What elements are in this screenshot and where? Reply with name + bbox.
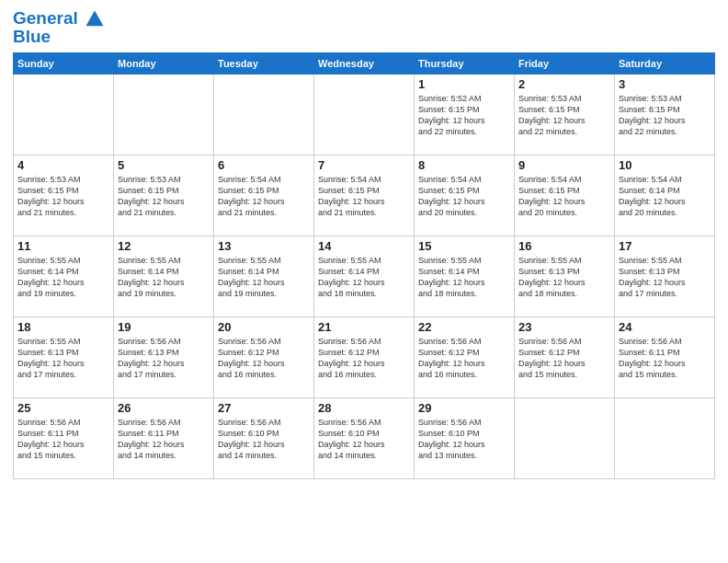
day-number: 13 [218,239,310,253]
week-row-4: 18Sunrise: 5:55 AM Sunset: 6:13 PM Dayli… [14,316,715,397]
day-info: Sunrise: 5:56 AM Sunset: 6:12 PM Dayligh… [518,336,610,381]
day-info: Sunrise: 5:55 AM Sunset: 6:14 PM Dayligh… [17,255,109,300]
calendar-cell: 4Sunrise: 5:53 AM Sunset: 6:15 PM Daylig… [14,155,114,236]
calendar: SundayMondayTuesdayWednesdayThursdayFrid… [13,52,715,479]
day-number: 24 [619,320,711,334]
day-info: Sunrise: 5:53 AM Sunset: 6:15 PM Dayligh… [619,93,711,138]
weekday-header-friday: Friday [515,52,615,74]
day-number: 10 [619,158,711,172]
page-container: General Blue SundayMondayTuesdayWednesda… [0,0,728,563]
calendar-cell: 13Sunrise: 5:55 AM Sunset: 6:14 PM Dayli… [214,236,314,316]
day-info: Sunrise: 5:53 AM Sunset: 6:15 PM Dayligh… [17,174,109,219]
weekday-header-row: SundayMondayTuesdayWednesdayThursdayFrid… [14,52,715,74]
week-row-3: 11Sunrise: 5:55 AM Sunset: 6:14 PM Dayli… [14,236,715,316]
day-info: Sunrise: 5:55 AM Sunset: 6:13 PM Dayligh… [518,255,610,300]
day-info: Sunrise: 5:55 AM Sunset: 6:14 PM Dayligh… [318,255,410,300]
svg-marker-0 [86,10,104,26]
calendar-cell: 22Sunrise: 5:56 AM Sunset: 6:12 PM Dayli… [415,316,515,397]
day-info: Sunrise: 5:56 AM Sunset: 6:13 PM Dayligh… [118,336,210,381]
calendar-cell: 10Sunrise: 5:54 AM Sunset: 6:14 PM Dayli… [615,155,715,236]
day-info: Sunrise: 5:53 AM Sunset: 6:15 PM Dayligh… [118,174,210,219]
calendar-cell: 1Sunrise: 5:52 AM Sunset: 6:15 PM Daylig… [415,74,515,155]
day-info: Sunrise: 5:56 AM Sunset: 6:10 PM Dayligh… [218,417,310,462]
calendar-cell: 18Sunrise: 5:55 AM Sunset: 6:13 PM Dayli… [14,316,114,397]
day-info: Sunrise: 5:56 AM Sunset: 6:11 PM Dayligh… [17,417,109,462]
day-number: 17 [619,239,711,253]
day-number: 15 [418,239,510,253]
day-info: Sunrise: 5:55 AM Sunset: 6:13 PM Dayligh… [619,255,711,300]
calendar-cell: 27Sunrise: 5:56 AM Sunset: 6:10 PM Dayli… [214,397,314,478]
day-info: Sunrise: 5:54 AM Sunset: 6:15 PM Dayligh… [218,174,310,219]
day-info: Sunrise: 5:54 AM Sunset: 6:15 PM Dayligh… [318,174,410,219]
day-number: 8 [418,158,510,172]
calendar-cell: 7Sunrise: 5:54 AM Sunset: 6:15 PM Daylig… [314,155,415,236]
calendar-cell: 16Sunrise: 5:55 AM Sunset: 6:13 PM Dayli… [515,236,615,316]
calendar-cell [515,397,615,478]
weekday-header-monday: Monday [114,52,214,74]
day-info: Sunrise: 5:56 AM Sunset: 6:12 PM Dayligh… [218,336,310,381]
calendar-cell: 19Sunrise: 5:56 AM Sunset: 6:13 PM Dayli… [114,316,214,397]
calendar-cell: 9Sunrise: 5:54 AM Sunset: 6:15 PM Daylig… [515,155,615,236]
day-number: 9 [518,158,610,172]
calendar-cell: 20Sunrise: 5:56 AM Sunset: 6:12 PM Dayli… [214,316,314,397]
day-number: 7 [318,158,410,172]
calendar-cell [214,74,314,155]
weekday-header-tuesday: Tuesday [214,52,314,74]
weekday-header-saturday: Saturday [615,52,715,74]
day-number: 19 [118,320,210,334]
day-number: 25 [17,401,109,415]
day-number: 11 [17,239,109,253]
calendar-cell: 21Sunrise: 5:56 AM Sunset: 6:12 PM Dayli… [314,316,415,397]
day-number: 26 [118,401,210,415]
day-info: Sunrise: 5:55 AM Sunset: 6:14 PM Dayligh… [118,255,210,300]
day-number: 4 [17,158,109,172]
day-number: 29 [418,401,510,415]
calendar-cell: 8Sunrise: 5:54 AM Sunset: 6:15 PM Daylig… [415,155,515,236]
header: General Blue [13,9,715,47]
day-number: 23 [518,320,610,334]
day-number: 12 [118,239,210,253]
day-info: Sunrise: 5:54 AM Sunset: 6:15 PM Dayligh… [518,174,610,219]
calendar-cell [114,74,214,155]
day-number: 21 [318,320,410,334]
day-number: 6 [218,158,310,172]
day-info: Sunrise: 5:56 AM Sunset: 6:10 PM Dayligh… [318,417,410,462]
weekday-header-wednesday: Wednesday [314,52,415,74]
calendar-cell: 3Sunrise: 5:53 AM Sunset: 6:15 PM Daylig… [615,74,715,155]
calendar-cell: 28Sunrise: 5:56 AM Sunset: 6:10 PM Dayli… [314,397,415,478]
day-info: Sunrise: 5:55 AM Sunset: 6:14 PM Dayligh… [218,255,310,300]
day-number: 27 [218,401,310,415]
week-row-5: 25Sunrise: 5:56 AM Sunset: 6:11 PM Dayli… [14,397,715,478]
calendar-cell: 24Sunrise: 5:56 AM Sunset: 6:11 PM Dayli… [615,316,715,397]
day-info: Sunrise: 5:52 AM Sunset: 6:15 PM Dayligh… [418,93,510,138]
week-row-1: 1Sunrise: 5:52 AM Sunset: 6:15 PM Daylig… [14,74,715,155]
calendar-cell: 2Sunrise: 5:53 AM Sunset: 6:15 PM Daylig… [515,74,615,155]
calendar-cell: 11Sunrise: 5:55 AM Sunset: 6:14 PM Dayli… [14,236,114,316]
day-info: Sunrise: 5:56 AM Sunset: 6:12 PM Dayligh… [318,336,410,381]
calendar-cell: 12Sunrise: 5:55 AM Sunset: 6:14 PM Dayli… [114,236,214,316]
calendar-cell: 29Sunrise: 5:56 AM Sunset: 6:10 PM Dayli… [415,397,515,478]
day-info: Sunrise: 5:56 AM Sunset: 6:11 PM Dayligh… [118,417,210,462]
day-number: 22 [418,320,510,334]
day-number: 1 [418,77,510,91]
day-info: Sunrise: 5:56 AM Sunset: 6:11 PM Dayligh… [619,336,711,381]
week-row-2: 4Sunrise: 5:53 AM Sunset: 6:15 PM Daylig… [14,155,715,236]
calendar-cell [314,74,415,155]
day-number: 28 [318,401,410,415]
logo-blue: Blue [13,28,105,47]
day-info: Sunrise: 5:56 AM Sunset: 6:12 PM Dayligh… [418,336,510,381]
calendar-cell: 5Sunrise: 5:53 AM Sunset: 6:15 PM Daylig… [114,155,214,236]
day-number: 2 [518,77,610,91]
logo-general: General [13,8,78,28]
day-number: 16 [518,239,610,253]
day-info: Sunrise: 5:55 AM Sunset: 6:13 PM Dayligh… [17,336,109,381]
calendar-cell [14,74,114,155]
day-number: 20 [218,320,310,334]
calendar-cell: 14Sunrise: 5:55 AM Sunset: 6:14 PM Dayli… [314,236,415,316]
logo: General Blue [13,9,105,47]
weekday-header-thursday: Thursday [415,52,515,74]
weekday-header-sunday: Sunday [14,52,114,74]
calendar-cell: 17Sunrise: 5:55 AM Sunset: 6:13 PM Dayli… [615,236,715,316]
day-info: Sunrise: 5:54 AM Sunset: 6:15 PM Dayligh… [418,174,510,219]
calendar-cell: 6Sunrise: 5:54 AM Sunset: 6:15 PM Daylig… [214,155,314,236]
